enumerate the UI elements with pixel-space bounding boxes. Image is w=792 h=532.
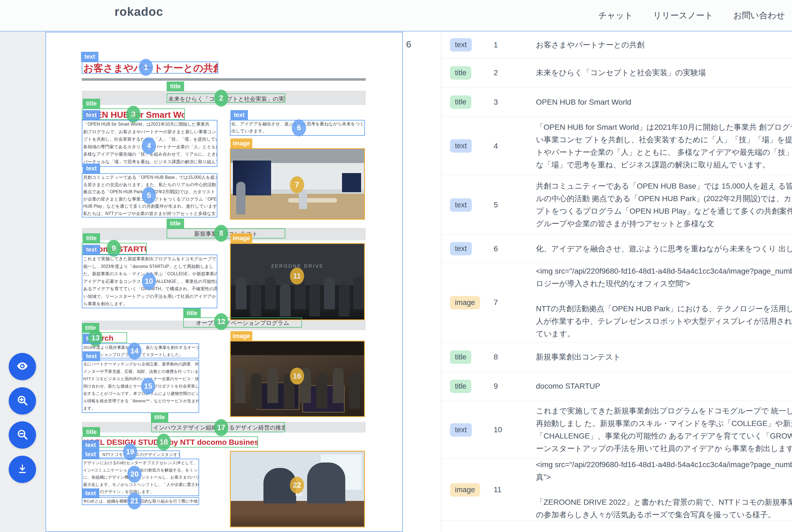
- region-label-chip-text[interactable]: text: [82, 488, 99, 498]
- region-label-chip-title[interactable]: title: [82, 99, 100, 109]
- row-text-line: OPEN HUB for Smart World: [536, 96, 792, 109]
- region-label-chip-image[interactable]: image: [231, 138, 252, 148]
- table-row[interactable]: image 7 <img src="/api/220f9680-fd16-48d…: [442, 263, 792, 343]
- table-row[interactable]: text 1 お客さまやパートナーとの共創: [442, 32, 792, 58]
- region-text-line: います。: [82, 166, 217, 167]
- table-row[interactable]: title 2 未来をひらく「コンセプトと社会実装」の実験場: [442, 58, 792, 88]
- region-label-chip-image[interactable]: image: [231, 233, 252, 243]
- region-number-badge[interactable]: 9: [107, 240, 121, 257]
- photo-extorch-person: [349, 373, 360, 408]
- table-row[interactable]: text 5 共創コミュニティーである「OPEN HUB Base」では 15,…: [442, 175, 792, 235]
- photo-koel-person: [307, 462, 345, 504]
- region-label-chip-text[interactable]: text: [82, 164, 100, 173]
- region-text-line: デザインにおけるCoE(センターオブエクセレンス)※として、「デザ: [82, 459, 199, 467]
- region-number-badge[interactable]: 1: [139, 59, 153, 76]
- region-label-chip-text[interactable]: text: [82, 351, 100, 361]
- row-text-line: 共創コミュニティーである「OPEN HUB Base」では 15,000人を超え…: [536, 180, 792, 192]
- row-text-line: NTTの共創活動拠点「OPEN HUB Park」における、テクノロジーを活用し…: [536, 303, 792, 315]
- row-index: 9: [494, 382, 536, 391]
- photo-extorch-person: [267, 368, 278, 403]
- row-text-line: 真">: [536, 471, 792, 483]
- zoom-in-icon: [16, 394, 29, 408]
- region-number-badge[interactable]: 12: [214, 313, 228, 330]
- nav-release-notes[interactable]: リリースノート: [653, 10, 713, 21]
- table-row[interactable]: text 6 化、アイデアを融合させ、遊ぶように思考を重ねながら未来をつくり 出…: [442, 235, 792, 263]
- region-number-badge[interactable]: 22: [290, 477, 304, 494]
- row-type-badge: text: [450, 198, 472, 212]
- nav-chat[interactable]: チャット: [598, 10, 633, 21]
- row-text-line: い事業コンセ プトを共創し、社会実装するために「人」「技」「場」を提供しています…: [536, 134, 792, 146]
- row-content: 新規事業創出コンテスト: [536, 351, 792, 363]
- region-number-badge[interactable]: 14: [127, 343, 142, 360]
- region-label-chip-text[interactable]: text: [81, 52, 98, 62]
- region-number-badge[interactable]: 2: [214, 90, 228, 107]
- table-row[interactable]: [442, 521, 792, 532]
- row-type-badge: text: [450, 139, 472, 153]
- download-button[interactable]: [9, 456, 36, 483]
- row-index: 2: [494, 69, 536, 77]
- region-text-line: 主にパートナーマッチングから企画立案、業界動向の調査、外部: [82, 360, 199, 368]
- region-label-chip-image[interactable]: image: [231, 331, 252, 341]
- table-row[interactable]: text 4 「OPEN HUB for Smart World」は2021年1…: [442, 117, 792, 175]
- row-text-line: これまで実施してきた新規事業創出プログラムをドコモグループで 統一し、2023年…: [536, 405, 792, 417]
- region-label-chip-title[interactable]: title: [82, 233, 100, 243]
- row-index: 7: [494, 298, 536, 307]
- photo-extorch-person: [316, 373, 327, 408]
- photo-extorch-person: [251, 373, 262, 408]
- row-content: これまで実施してきた新規事業創出プログラムをドコモグループで 統一し、2023年…: [536, 405, 792, 455]
- region-number-badge[interactable]: 18: [156, 434, 171, 451]
- row-text-line: 新規事業創出コンテスト: [536, 351, 792, 363]
- nav-contact[interactable]: お問い合わせ: [733, 10, 785, 21]
- region-number-badge[interactable]: 16: [290, 368, 304, 384]
- region-label-chip-title[interactable]: title: [167, 218, 184, 228]
- region-label-chip-title[interactable]: title: [151, 412, 168, 422]
- zoom-out-icon: [16, 428, 29, 442]
- zoom-in-button[interactable]: [9, 387, 36, 415]
- table-row[interactable]: title 8 新規事業創出コンテスト: [442, 343, 792, 372]
- region-number-badge[interactable]: 5: [142, 187, 156, 204]
- table-row[interactable]: text 10 これまで実施してきた新規事業創出プログラムをドコモグループで 統…: [442, 401, 792, 459]
- region-label-chip-text[interactable]: text: [82, 245, 100, 254]
- row-type-badge: title: [450, 380, 471, 393]
- region-number-badge[interactable]: 6: [292, 119, 306, 136]
- doc-heading-rule: [82, 78, 366, 81]
- region-number-badge[interactable]: 21: [127, 493, 142, 509]
- region-number-badge[interactable]: 15: [141, 378, 155, 395]
- region-number-badge[interactable]: 10: [142, 273, 156, 290]
- toggle-annotations-button[interactable]: [9, 353, 36, 380]
- region-box-text-15[interactable]: 主にパートナーマッチングから企画立案、業界動向の調査、外部メンターや予算支援、広…: [82, 360, 199, 413]
- app-logo: rokadoc: [114, 5, 163, 19]
- region-text-line: NTTドコモビジネスと国内外のパートナー企業のサービス・技術を: [82, 375, 199, 382]
- row-content: <img src="/api/220f9680-fd16-48d1-a48d-5…: [536, 458, 792, 521]
- region-box-title-12[interactable]: オープンイノベーションプログラム: [183, 318, 302, 328]
- table-row[interactable]: title 9 docomo STARTUP: [442, 372, 792, 401]
- region-label-chip-title[interactable]: title: [82, 427, 100, 437]
- region-number-badge[interactable]: 19: [123, 443, 137, 460]
- region-title-text: オープンイノベーションプログラム: [184, 318, 301, 328]
- left-toolbar: [0, 32, 46, 532]
- table-row[interactable]: title 3 OPEN HUB for Smart World: [442, 88, 792, 117]
- region-label-chip-text[interactable]: text: [231, 110, 248, 120]
- table-row[interactable]: image 11 <img src="/api/220f9680-fd16-48…: [442, 459, 792, 521]
- zoom-out-button[interactable]: [9, 421, 36, 449]
- region-label-chip-title[interactable]: title: [167, 81, 184, 91]
- extraction-table: text 1 お客さまやパートナーとの共創 title 2 未来をひらく「コンセ…: [441, 32, 792, 532]
- region-number-badge[interactable]: 20: [127, 466, 142, 483]
- region-text-line: 化することがゴールです。本プログラムにより建物空間のビジュア: [82, 390, 199, 397]
- row-index: 1: [494, 41, 536, 49]
- region-label-chip-text[interactable]: text: [82, 440, 99, 450]
- region-text-line: 共創コミュニティーである「OPEN HUB Base」では15,000人を超え: [82, 174, 217, 181]
- region-label-chip-title[interactable]: title: [183, 308, 201, 318]
- region-label-chip-text[interactable]: text: [82, 110, 100, 120]
- region-number-badge[interactable]: 11: [290, 268, 304, 285]
- row-content: 「OPEN HUB for Smart World」は2021年10月に開始した…: [536, 121, 792, 171]
- row-type-badge: title: [450, 350, 471, 364]
- region-number-badge[interactable]: 4: [142, 137, 156, 154]
- region-number-badge[interactable]: 17: [214, 419, 228, 436]
- region-number-badge[interactable]: 7: [290, 176, 304, 193]
- row-text-line: グループや企業の皆さまが持つアセットと多様な文: [536, 217, 792, 230]
- row-text-line: 「ZEROONE DRIVE 2022」と書かれた背景の前で、NTTドコモの新規…: [536, 496, 792, 509]
- region-label-chip-text[interactable]: text: [82, 450, 99, 459]
- region-number-badge[interactable]: 8: [214, 225, 228, 242]
- app-header: rokadoc チャット リリースノート お問い合わせ: [0, 0, 792, 31]
